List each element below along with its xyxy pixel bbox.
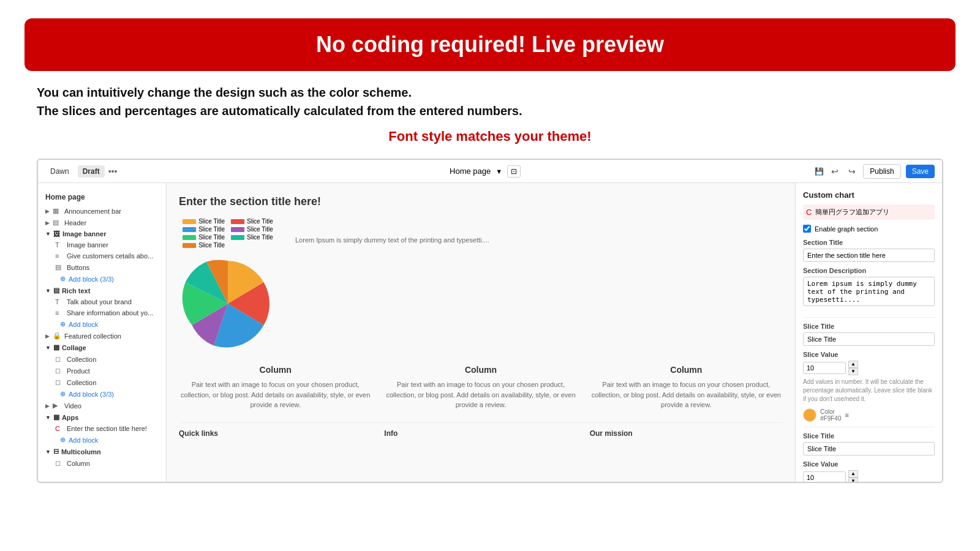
slice-title-label-2: Slice Title [803, 432, 935, 440]
legend-label-4: Slice Title [247, 226, 273, 233]
tab-dawn[interactable]: Dawn [45, 165, 74, 178]
divider-1 [803, 317, 935, 318]
legend-color-3 [183, 227, 196, 232]
subtitle-line1: You can intuitively change the design su… [37, 83, 943, 102]
product-icon: ◻ [55, 367, 64, 375]
page-title-label: Home page [450, 167, 491, 176]
app-screenshot: Dawn Draft ••• Home page ▼ ⊡ 💾 ↩ ↪ Publi… [37, 159, 943, 483]
section-desc-textarea[interactable]: Lorem ipsum is simply dummy text of the … [803, 277, 935, 306]
sidebar-item-video[interactable]: ▶ ▶ Video [38, 400, 166, 411]
dropdown-arrow-icon[interactable]: ▼ [496, 168, 502, 175]
column-text-2: Pair text with an image to focus on your… [384, 380, 577, 410]
sidebar-add-block-3[interactable]: ⊕ Add block (3/3) [38, 388, 166, 400]
legend-label-5: Slice Title [198, 234, 225, 241]
sidebar-label-column: Column [67, 460, 90, 467]
stepper-down-1[interactable]: ▼ [848, 368, 858, 375]
video-icon: ▶ [53, 402, 61, 410]
section-title[interactable]: Enter the section title here! [179, 195, 783, 208]
chevron-right-icon2: ▶ [45, 220, 50, 226]
legend-label-6: Slice Title [247, 234, 273, 241]
add-icon-1: ⊕ [60, 275, 66, 283]
color-picker-circle[interactable] [803, 408, 816, 422]
sidebar-label-brand: Talk about your brand [67, 298, 132, 305]
sidebar-label-product: Product [67, 367, 90, 375]
preview-icon[interactable]: ⊡ [507, 165, 521, 178]
sidebar-section-rich-text[interactable]: ▼ ▤ Rich text [38, 285, 166, 296]
sidebar-item-brand[interactable]: T Talk about your brand [38, 296, 166, 307]
sidebar-item-app-section[interactable]: C Enter the section title here! [38, 423, 166, 434]
header-icon: ▤ [53, 219, 61, 227]
panel-enable-checkbox[interactable]: Enable graph section [803, 225, 935, 233]
sidebar-item-collection-2[interactable]: ◻ Collection [38, 377, 166, 388]
sidebar-add-block-1[interactable]: ⊕ Add block (3/3) [38, 273, 166, 285]
legend-item-6: Slice Title [231, 234, 273, 241]
color-row: Color #F9F40 ≡ [803, 408, 935, 422]
sidebar-label-featured: Featured collection [64, 332, 121, 340]
sidebar-item-share[interactable]: ≡ Share information about yo... [38, 307, 166, 318]
sidebar-section-collage[interactable]: ▼ ▦ Collage [38, 342, 166, 353]
color-hex-value: #F9F40 [820, 415, 841, 422]
chevron-down-icon2: ▼ [45, 288, 51, 294]
sidebar-label-announcement: Announcement bar [64, 208, 121, 215]
save-button[interactable]: Save [906, 165, 935, 178]
list-icon2: ≡ [55, 309, 64, 317]
panel-app-link[interactable]: C 簡単円グラフ追加アプリ [803, 204, 935, 220]
sidebar-item-collection-1[interactable]: ◻ Collection [38, 353, 166, 365]
sidebar-add-block-2[interactable]: ⊕ Add block [38, 318, 166, 330]
slice-value-stepper-1[interactable]: ▲ ▼ [848, 361, 858, 375]
sidebar-item-image-banner-t[interactable]: T Image banner [38, 239, 166, 250]
publish-button[interactable]: Publish [863, 164, 900, 179]
slice-hint-1: Add values in number. It will be calcula… [803, 378, 935, 403]
enable-checkbox-label: Enable graph section [815, 225, 878, 233]
stepper-down-2[interactable]: ▼ [848, 478, 858, 482]
legend-color-1 [183, 219, 196, 224]
topbar-dots[interactable]: ••• [108, 167, 118, 176]
enable-checkbox-input[interactable] [803, 225, 811, 233]
slice-title-input-1[interactable] [803, 332, 935, 346]
sidebar-label-image-banner: Image banner [62, 230, 107, 238]
legend-color-5 [183, 235, 196, 240]
stepper-up-1[interactable]: ▲ [848, 361, 858, 368]
sidebar-item-column[interactable]: ◻ Column [38, 457, 166, 469]
sidebar-section-multicolumn[interactable]: ▼ ⊟ Multicolumn [38, 446, 166, 457]
footer-col-2: Info [384, 429, 577, 438]
legend-grid: Slice Title Slice Title Slice Title [183, 218, 273, 249]
slice-value-input-2[interactable] [803, 471, 846, 482]
sidebar-item-announcement[interactable]: ▶ ▦ Announcement bar [38, 205, 166, 217]
legend-color-2 [231, 219, 244, 224]
footer-title-1: Quick links [179, 429, 372, 438]
color-menu-icon[interactable]: ≡ [845, 411, 848, 419]
legend-color-6 [231, 235, 244, 240]
stepper-up-2[interactable]: ▲ [848, 470, 858, 478]
tab-draft[interactable]: Draft [78, 165, 105, 178]
footer-title-2: Info [384, 429, 577, 438]
panel-title: Custom chart [803, 190, 935, 200]
legend-item-3: Slice Title [183, 226, 225, 233]
legend-item-4: Slice Title [231, 226, 273, 233]
sidebar-label-app-section: Enter the section title here! [67, 425, 147, 432]
section-title-input[interactable] [803, 249, 935, 262]
sidebar-item-featured[interactable]: ▶ 🔒 Featured collection [38, 330, 166, 342]
sidebar-label-rich-text: Rich text [62, 287, 90, 294]
sidebar-item-product[interactable]: ◻ Product [38, 365, 166, 377]
main-layout: Home page ▶ ▦ Announcement bar ▶ ▤ Heade… [38, 183, 942, 482]
center-content: Enter the section title here! Slice Titl… [167, 183, 795, 482]
legend-color-4 [231, 227, 244, 232]
slice-value-input-1[interactable] [803, 362, 846, 374]
redo-button[interactable]: ↪ [846, 165, 858, 178]
sidebar-section-apps[interactable]: ▼ ▦ Apps [38, 411, 166, 423]
sidebar-section-image-banner[interactable]: ▼ 🖼 Image banner [38, 228, 166, 239]
slice-value-stepper-2[interactable]: ▲ ▼ [848, 470, 858, 482]
legend-label-1: Slice Title [198, 218, 225, 225]
sidebar-item-header[interactable]: ▶ ▤ Header [38, 217, 166, 228]
sidebar-item-buttons[interactable]: ▤ Buttons [38, 261, 166, 273]
slice-title-input-2[interactable] [803, 442, 935, 455]
chart-left: Slice Title Slice Title Slice Title [179, 218, 277, 353]
sidebar-item-customers[interactable]: ≡ Give customers cetails abo... [38, 250, 166, 261]
column-text-1: Pair text with an image to focus on your… [179, 380, 372, 410]
column-text-3: Pair text with an image to focus on your… [590, 380, 783, 410]
chevron-right-icon3: ▶ [45, 333, 50, 339]
topbar-right: 💾 ↩ ↪ Publish Save [815, 164, 935, 179]
sidebar-add-block-4[interactable]: ⊕ Add block [38, 434, 166, 446]
undo-button[interactable]: ↩ [829, 165, 841, 178]
